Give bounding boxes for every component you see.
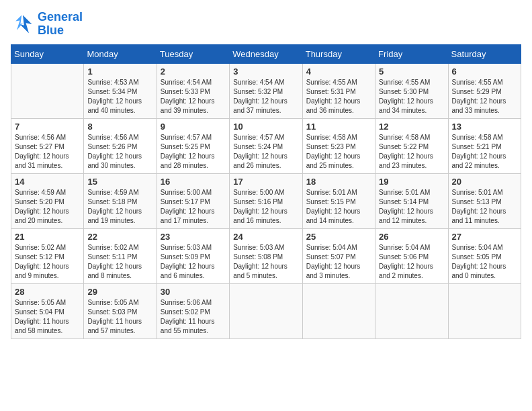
day-cell-13: 13 Sunrise: 4:58 AM Sunset: 5:21 PM Dayl… [448,118,521,173]
day-number: 13 [452,122,517,132]
day-number: 9 [161,122,226,132]
day-cell-22: 22 Sunrise: 5:02 AM Sunset: 5:11 PM Dayl… [84,228,157,283]
day-number: 20 [452,177,517,187]
empty-cell [448,283,521,338]
day-info: Sunrise: 4:57 AM Sunset: 5:25 PM Dayligh… [161,133,226,171]
day-number: 25 [306,232,371,242]
day-number: 8 [87,122,152,132]
day-info: Sunrise: 4:59 AM Sunset: 5:18 PM Dayligh… [87,188,152,226]
day-cell-7: 7 Sunrise: 4:56 AM Sunset: 5:27 PM Dayli… [11,118,84,173]
empty-cell [230,283,302,338]
day-cell-8: 8 Sunrise: 4:56 AM Sunset: 5:26 PM Dayli… [84,118,157,173]
day-info: Sunrise: 4:53 AM Sunset: 5:34 PM Dayligh… [87,78,152,116]
day-number: 30 [161,287,226,297]
day-info: Sunrise: 4:56 AM Sunset: 5:26 PM Dayligh… [87,133,152,171]
day-cell-25: 25 Sunrise: 5:04 AM Sunset: 5:07 PM Dayl… [302,228,375,283]
day-number: 24 [233,232,298,242]
calendar-week-4: 21 Sunrise: 5:02 AM Sunset: 5:12 PM Dayl… [11,228,521,283]
day-info: Sunrise: 5:02 AM Sunset: 5:11 PM Dayligh… [87,243,152,281]
empty-cell [302,283,375,338]
day-cell-27: 27 Sunrise: 5:04 AM Sunset: 5:05 PM Dayl… [448,228,521,283]
day-number: 6 [452,66,517,77]
day-cell-4: 4 Sunrise: 4:55 AM Sunset: 5:31 PM Dayli… [302,63,375,118]
day-number: 18 [306,177,371,187]
day-cell-14: 14 Sunrise: 4:59 AM Sunset: 5:20 PM Dayl… [11,173,84,228]
day-cell-29: 29 Sunrise: 5:05 AM Sunset: 5:03 PM Dayl… [84,283,157,338]
day-number: 22 [87,232,152,242]
day-number: 16 [161,177,226,187]
day-cell-28: 28 Sunrise: 5:05 AM Sunset: 5:04 PM Dayl… [11,283,84,338]
day-cell-3: 3 Sunrise: 4:54 AM Sunset: 5:32 PM Dayli… [230,63,302,118]
day-cell-9: 9 Sunrise: 4:57 AM Sunset: 5:25 PM Dayli… [157,118,229,173]
day-info: Sunrise: 4:57 AM Sunset: 5:24 PM Dayligh… [233,133,298,171]
day-cell-15: 15 Sunrise: 4:59 AM Sunset: 5:18 PM Dayl… [84,173,157,228]
day-number: 19 [379,177,444,187]
day-cell-16: 16 Sunrise: 5:00 AM Sunset: 5:17 PM Dayl… [157,173,229,228]
day-cell-21: 21 Sunrise: 5:02 AM Sunset: 5:12 PM Dayl… [11,228,84,283]
empty-cell [11,63,84,118]
day-cell-19: 19 Sunrise: 5:01 AM Sunset: 5:14 PM Dayl… [375,173,448,228]
day-cell-11: 11 Sunrise: 4:58 AM Sunset: 5:23 PM Dayl… [302,118,375,173]
day-number: 12 [379,122,444,132]
day-info: Sunrise: 5:00 AM Sunset: 5:17 PM Dayligh… [161,188,226,226]
col-header-monday: Monday [84,44,157,63]
day-cell-6: 6 Sunrise: 4:55 AM Sunset: 5:29 PM Dayli… [448,63,521,118]
day-info: Sunrise: 5:03 AM Sunset: 5:08 PM Dayligh… [233,243,298,281]
day-number: 7 [15,122,80,132]
day-number: 21 [15,232,80,242]
day-info: Sunrise: 5:04 AM Sunset: 5:06 PM Dayligh… [379,243,444,281]
day-info: Sunrise: 4:58 AM Sunset: 5:21 PM Dayligh… [452,133,517,171]
col-header-saturday: Saturday [448,44,521,63]
day-info: Sunrise: 5:02 AM Sunset: 5:12 PM Dayligh… [15,243,80,281]
calendar-week-3: 14 Sunrise: 4:59 AM Sunset: 5:20 PM Dayl… [11,173,521,228]
day-info: Sunrise: 5:05 AM Sunset: 5:03 PM Dayligh… [87,298,152,336]
day-number: 1 [87,66,152,77]
day-cell-23: 23 Sunrise: 5:03 AM Sunset: 5:09 PM Dayl… [157,228,229,283]
day-number: 28 [15,287,80,297]
day-cell-20: 20 Sunrise: 5:01 AM Sunset: 5:13 PM Dayl… [448,173,521,228]
day-info: Sunrise: 5:01 AM Sunset: 5:13 PM Dayligh… [452,188,517,226]
logo-text: General Blue [38,11,83,38]
svg-marker-1 [15,15,23,30]
day-cell-30: 30 Sunrise: 5:06 AM Sunset: 5:02 PM Dayl… [157,283,229,338]
col-header-thursday: Thursday [302,44,375,63]
day-info: Sunrise: 4:55 AM Sunset: 5:31 PM Dayligh… [306,78,371,116]
col-header-tuesday: Tuesday [157,44,229,63]
day-cell-18: 18 Sunrise: 5:01 AM Sunset: 5:15 PM Dayl… [302,173,375,228]
day-cell-24: 24 Sunrise: 5:03 AM Sunset: 5:08 PM Dayl… [230,228,302,283]
day-cell-1: 1 Sunrise: 4:53 AM Sunset: 5:34 PM Dayli… [84,63,157,118]
day-cell-12: 12 Sunrise: 4:58 AM Sunset: 5:22 PM Dayl… [375,118,448,173]
day-number: 15 [87,177,152,187]
day-info: Sunrise: 4:58 AM Sunset: 5:22 PM Dayligh… [379,133,444,171]
day-number: 17 [233,177,298,187]
day-info: Sunrise: 5:01 AM Sunset: 5:15 PM Dayligh… [306,188,371,226]
day-number: 10 [233,122,298,132]
day-number: 14 [15,177,80,187]
day-number: 3 [233,66,298,77]
day-number: 27 [452,232,517,242]
day-number: 2 [161,66,226,77]
empty-cell [375,283,448,338]
day-info: Sunrise: 5:04 AM Sunset: 5:07 PM Dayligh… [306,243,371,281]
day-info: Sunrise: 5:04 AM Sunset: 5:05 PM Dayligh… [452,243,517,281]
day-cell-17: 17 Sunrise: 5:00 AM Sunset: 5:16 PM Dayl… [230,173,302,228]
calendar-week-2: 7 Sunrise: 4:56 AM Sunset: 5:27 PM Dayli… [11,118,521,173]
calendar-week-5: 28 Sunrise: 5:05 AM Sunset: 5:04 PM Dayl… [11,283,521,338]
day-info: Sunrise: 4:56 AM Sunset: 5:27 PM Dayligh… [15,133,80,171]
calendar-table: SundayMondayTuesdayWednesdayThursdayFrid… [11,44,521,339]
day-cell-2: 2 Sunrise: 4:54 AM Sunset: 5:33 PM Dayli… [157,63,229,118]
day-info: Sunrise: 5:05 AM Sunset: 5:04 PM Dayligh… [15,298,80,336]
logo: General Blue [11,11,83,38]
day-info: Sunrise: 4:54 AM Sunset: 5:32 PM Dayligh… [233,78,298,116]
day-cell-10: 10 Sunrise: 4:57 AM Sunset: 5:24 PM Dayl… [230,118,302,173]
day-number: 4 [306,66,371,77]
col-header-wednesday: Wednesday [230,44,302,63]
page-header: General Blue [11,11,521,38]
col-header-sunday: Sunday [11,44,84,63]
day-number: 23 [161,232,226,242]
day-info: Sunrise: 4:58 AM Sunset: 5:23 PM Dayligh… [306,133,371,171]
day-cell-5: 5 Sunrise: 4:55 AM Sunset: 5:30 PM Dayli… [375,63,448,118]
day-info: Sunrise: 5:01 AM Sunset: 5:14 PM Dayligh… [379,188,444,226]
logo-icon [11,12,35,36]
day-info: Sunrise: 5:06 AM Sunset: 5:02 PM Dayligh… [161,298,226,336]
